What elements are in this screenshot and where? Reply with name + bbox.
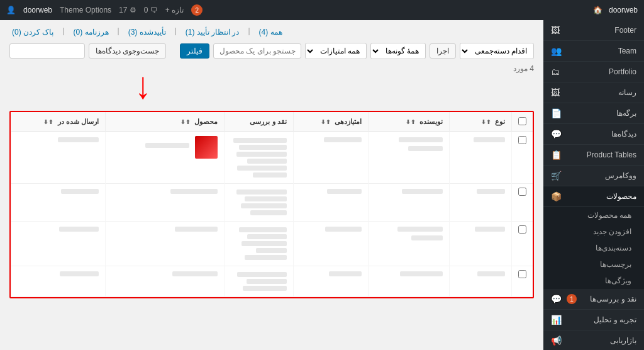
blurred-review4 [250, 210, 287, 215]
toolbar-left: اقدام دسته‌جمعی اجرا همهٔ گونه‌ها همه ام… [180, 43, 534, 59]
reviews-badge: 1 [567, 294, 577, 304]
product-tables-icon: 📋 [551, 150, 562, 160]
comments-icon[interactable]: 🗨 0 [144, 6, 158, 14]
row-rating [293, 184, 369, 222]
sidebar-item-woocommerce[interactable]: ووکامرس 🛒 [543, 166, 644, 186]
categories-select[interactable]: همهٔ گونه‌ها [370, 43, 426, 59]
sidebar-item-pages[interactable]: برگه‌ها 📄 [543, 103, 644, 124]
row-review [224, 132, 293, 184]
updates-count[interactable]: ⚙ 17 [119, 6, 136, 14]
sidebar-item-add-new[interactable]: افزودن جدید [543, 223, 644, 240]
blurred-review1 [236, 189, 287, 195]
blurred-review1 [239, 227, 287, 232]
table-row [11, 132, 533, 184]
row-checkbox[interactable] [518, 225, 526, 234]
row-checkbox-cell[interactable] [512, 266, 533, 297]
blurred-submitted [60, 271, 99, 276]
search-button[interactable]: جست‌وجوی دیدگاه‌ها [89, 43, 166, 59]
sidebar-item-reviews[interactable]: نقد و بررسی‌ها 1 💬 [543, 289, 644, 310]
sort-product-icon[interactable]: ⬆⬇ [180, 119, 191, 125]
sidebar-item-all-products[interactable]: همه محصولات [543, 207, 644, 223]
search-product-input[interactable] [213, 43, 301, 59]
sidebar-item-categories[interactable]: دسته‌بندی‌ها [543, 240, 644, 256]
row-checkbox-cell[interactable] [512, 184, 533, 222]
row-checkbox[interactable] [518, 188, 526, 196]
sidebar-item-media[interactable]: رسانه 🖼 [543, 82, 644, 103]
row-author [369, 222, 450, 266]
select-all-checkbox[interactable] [518, 117, 526, 125]
products-icon: 📦 [551, 191, 562, 201]
theme-options[interactable]: Theme Options [60, 6, 111, 14]
row-product [105, 222, 224, 266]
sort-rating-icon[interactable]: ⬆⬇ [321, 119, 331, 125]
sidebar-item-attributes[interactable]: ویژگی‌ها [543, 273, 644, 289]
pages-icon: 📄 [551, 108, 562, 118]
sort-author-icon[interactable]: ⬆⬇ [406, 119, 416, 125]
sidebar-item-analytics[interactable]: تجربه و تحلیل 📊 [543, 310, 644, 330]
tab-spam[interactable]: هرزنامه (0) [70, 26, 111, 38]
user-avatar-icon: 👤 [6, 6, 16, 14]
sidebar-item-team[interactable]: Team 👥 [543, 41, 644, 62]
row-rating [293, 132, 369, 184]
sidebar-item-footer[interactable]: Footer 🖼 [543, 20, 644, 41]
row-checkbox-cell[interactable] [512, 222, 533, 266]
row-review [224, 222, 293, 266]
portfolio-icon: 🗂 [551, 67, 560, 77]
row-author [369, 132, 450, 184]
blurred-author2 [411, 235, 443, 240]
attributes-select[interactable]: همه امتیازات [305, 43, 367, 59]
row-type [450, 266, 512, 297]
blurred-product [145, 143, 189, 148]
admin-bar-left: doorweb 🏠 [593, 6, 638, 14]
arrow-area: ↓ [9, 76, 534, 108]
select-all-header[interactable] [512, 112, 533, 132]
sort-submitted-icon[interactable]: ⬆⬇ [43, 119, 53, 125]
sidebar-item-products[interactable]: محصولات 📦 [543, 186, 644, 207]
site-title[interactable]: doorweb [609, 6, 638, 14]
blurred-author [399, 137, 443, 142]
home-icon[interactable]: 🏠 [593, 6, 602, 14]
blurred-submitted [61, 189, 99, 194]
col-review: نقد و بررسی [224, 112, 293, 132]
row-type [450, 132, 512, 184]
tab-pending[interactable]: در انتظار تأیید (1) [183, 26, 242, 38]
red-arrow: ↓ [135, 67, 151, 104]
blurred-type [477, 271, 505, 276]
table-row [11, 266, 533, 297]
row-checkbox[interactable] [518, 136, 526, 144]
row-product [105, 184, 224, 222]
product-thumbnail [195, 136, 218, 159]
notification-badge[interactable]: 2 [191, 4, 203, 16]
tab-all[interactable]: همه (4) [257, 26, 285, 38]
bulk-action-select[interactable]: اقدام دسته‌جمعی [460, 43, 534, 59]
sidebar-item-tags[interactable]: برچسب‌ها [543, 256, 644, 273]
new-item-icon[interactable]: تازه + [165, 6, 184, 14]
tab-approved[interactable]: تأییدشده (3) [126, 26, 169, 38]
blurred-author [402, 189, 443, 194]
blurred-rating [327, 189, 362, 194]
sidebar-item-product-tables[interactable]: Product Tables 📋 [543, 145, 644, 166]
marketing-icon: 📢 [551, 336, 562, 346]
execute-button[interactable]: اجرا [430, 43, 456, 59]
blurred-product [175, 227, 218, 232]
table-row [11, 184, 533, 222]
search-input[interactable] [9, 43, 85, 59]
blurred-author2 [408, 146, 443, 151]
row-submitted [11, 184, 106, 222]
blurred-review2 [247, 279, 287, 284]
row-checkbox[interactable] [518, 270, 526, 278]
blurred-review3 [236, 152, 287, 157]
reviews-table: نوع ⬆⬇ نویسنده ⬆⬇ امتیازدهی ⬆⬇ نقد و ب [9, 111, 534, 298]
sidebar-item-comments[interactable]: دیدگاه‌ها 💬 [543, 124, 644, 145]
tab-trash[interactable]: پاک کردن (0) [9, 26, 56, 38]
sidebar-item-portfolio[interactable]: Portfolio 🗂 [543, 62, 644, 82]
blurred-rating [324, 137, 362, 142]
sidebar-item-marketing[interactable]: بازاریابی 📢 [543, 330, 644, 350]
username[interactable]: doorweb [23, 6, 52, 14]
blurred-review6 [253, 172, 286, 178]
row-checkbox-cell[interactable] [512, 132, 533, 184]
filter-button[interactable]: فیلتر [180, 43, 209, 59]
blurred-review3 [241, 203, 287, 208]
sort-type-icon[interactable]: ⬆⬇ [481, 119, 491, 125]
blurred-review5 [237, 166, 286, 171]
